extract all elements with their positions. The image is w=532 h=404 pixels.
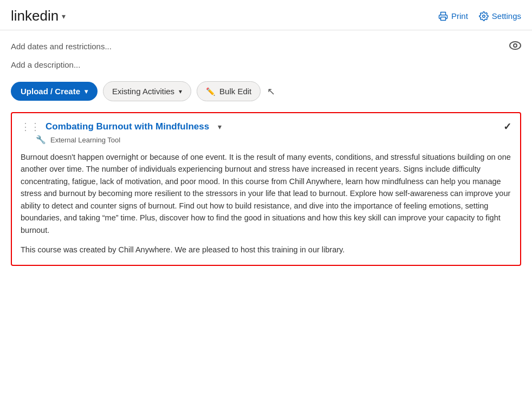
bulk-edit-label: Bulk Edit bbox=[219, 87, 251, 96]
visibility-icon[interactable] bbox=[509, 41, 521, 51]
activity-checkmark-icon[interactable]: ✓ bbox=[503, 121, 511, 133]
activity-type-row: 🔧 External Learning Tool bbox=[36, 135, 511, 145]
cursor-indicator: ↖ bbox=[267, 86, 275, 97]
existing-activities-label: Existing Activities bbox=[112, 87, 174, 96]
existing-chevron-icon: ▾ bbox=[179, 88, 182, 95]
svg-point-0 bbox=[483, 15, 485, 17]
app-title: linkedin bbox=[11, 8, 59, 24]
title-chevron-icon[interactable]: ▾ bbox=[62, 12, 66, 21]
existing-activities-button[interactable]: Existing Activities ▾ bbox=[103, 81, 191, 101]
svg-point-2 bbox=[514, 44, 517, 47]
upload-chevron-icon: ▾ bbox=[85, 88, 88, 95]
drag-handle-icon[interactable]: ⋮⋮ bbox=[21, 121, 40, 133]
add-dates-text[interactable]: Add dates and restrictions... bbox=[11, 42, 112, 51]
external-tool-icon: 🔧 bbox=[36, 135, 46, 145]
settings-label: Settings bbox=[492, 11, 521, 21]
svg-point-1 bbox=[510, 42, 521, 49]
settings-button[interactable]: Settings bbox=[479, 11, 521, 21]
print-label: Print bbox=[451, 11, 468, 21]
upload-create-label: Upload / Create bbox=[21, 87, 80, 96]
activity-description-para-2: This course was created by Chill Anywher… bbox=[21, 244, 511, 256]
header-left: linkedin ▾ bbox=[11, 8, 66, 24]
add-description-text[interactable]: Add a description... bbox=[11, 60, 80, 69]
activity-header-left: ⋮⋮ Combating Burnout with Mindfulness ▾ bbox=[21, 121, 222, 133]
activity-title[interactable]: Combating Burnout with Mindfulness bbox=[46, 121, 209, 132]
add-dates-row: Add dates and restrictions... bbox=[11, 41, 521, 51]
print-button[interactable]: Print bbox=[438, 11, 468, 21]
page-header: linkedin ▾ Print Settings bbox=[0, 0, 532, 30]
activity-title-chevron-icon[interactable]: ▾ bbox=[218, 122, 222, 131]
upload-create-button[interactable]: Upload / Create ▾ bbox=[11, 82, 98, 101]
activity-card-header: ⋮⋮ Combating Burnout with Mindfulness ▾ … bbox=[21, 121, 511, 133]
activity-type-label: External Learning Tool bbox=[50, 136, 120, 144]
eye-svg bbox=[509, 41, 521, 50]
settings-icon bbox=[479, 11, 489, 21]
bulk-edit-icon: ✏️ bbox=[206, 87, 215, 96]
add-description-row[interactable]: Add a description... bbox=[11, 60, 521, 69]
activity-description: Burnout doesn't happen overnight or beca… bbox=[21, 151, 511, 256]
bulk-edit-button[interactable]: ✏️ Bulk Edit bbox=[197, 81, 261, 101]
activity-description-para-1: Burnout doesn't happen overnight or beca… bbox=[21, 151, 511, 236]
header-right: Print Settings bbox=[438, 11, 521, 21]
print-icon bbox=[438, 11, 448, 21]
main-content: Add dates and restrictions... Add a desc… bbox=[0, 30, 532, 277]
activity-card: ⋮⋮ Combating Burnout with Mindfulness ▾ … bbox=[11, 112, 521, 266]
toolbar: Upload / Create ▾ Existing Activities ▾ … bbox=[11, 81, 521, 101]
